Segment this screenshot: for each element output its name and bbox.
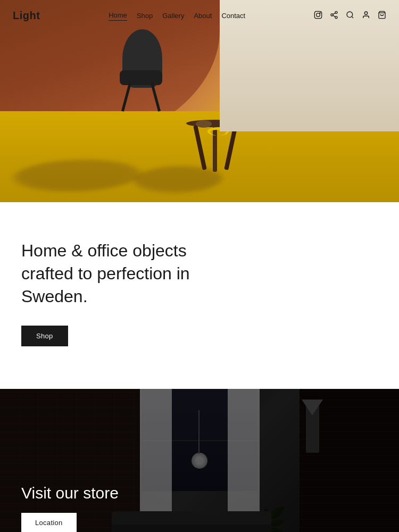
store-title: Visit our store	[21, 484, 119, 502]
chair-right-leg-front-left	[312, 81, 318, 114]
chair-right-seat	[309, 73, 348, 85]
navigation: Light Home Shop Gallery About Contact	[0, 0, 399, 31]
location-button[interactable]: Location	[21, 513, 77, 532]
svg-point-1	[317, 13, 320, 16]
user-icon[interactable]	[362, 11, 370, 21]
shop-button[interactable]: Shop	[21, 326, 68, 346]
brand-logo[interactable]: Light	[13, 10, 40, 22]
store-content: Visit our store Location	[21, 484, 119, 532]
chair-right-leg-back-left	[318, 85, 322, 114]
svg-point-8	[347, 12, 353, 18]
nav-links: Home Shop Gallery About Contact	[109, 11, 245, 21]
svg-line-7	[333, 13, 336, 14]
chair-left	[112, 29, 170, 114]
svg-point-4	[331, 14, 333, 16]
chair-left-seat	[120, 70, 162, 85]
store-section: Visit our store Location	[0, 389, 399, 532]
headphones-on-table	[207, 127, 229, 136]
share-icon[interactable]	[330, 11, 338, 21]
svg-point-2	[320, 12, 320, 13]
chair-right-backrest	[311, 32, 348, 82]
search-icon[interactable]	[346, 11, 354, 21]
svg-point-3	[335, 11, 337, 13]
chair-right-leg-back-right	[338, 85, 342, 114]
bowl-on-table	[196, 120, 212, 128]
nav-link-contact[interactable]: Contact	[221, 12, 245, 20]
svg-line-9	[352, 16, 353, 18]
nav-link-about[interactable]: About	[194, 12, 212, 20]
chair-right	[303, 32, 356, 117]
svg-line-6	[333, 15, 336, 17]
nav-link-gallery[interactable]: Gallery	[162, 12, 184, 20]
svg-rect-0	[314, 11, 321, 18]
tagline-heading: Home & office objects crafted to perfect…	[21, 239, 234, 309]
chair-left-leg-left	[121, 82, 131, 111]
instagram-icon[interactable]	[314, 11, 322, 21]
cart-icon[interactable]	[378, 11, 386, 21]
chair-right-leg-front-right	[342, 81, 348, 114]
svg-point-10	[364, 12, 367, 14]
table-leg-left	[193, 125, 206, 170]
nav-link-home[interactable]: Home	[109, 11, 127, 21]
svg-point-5	[335, 16, 337, 18]
nav-link-shop[interactable]: Shop	[137, 12, 153, 20]
nav-icons	[314, 11, 386, 21]
tagline-section: Home & office objects crafted to perfect…	[0, 202, 399, 389]
chair-left-leg-right	[151, 82, 161, 111]
